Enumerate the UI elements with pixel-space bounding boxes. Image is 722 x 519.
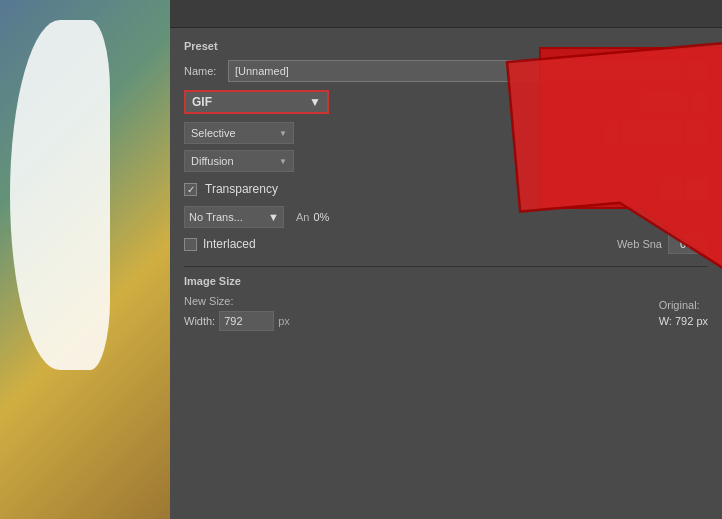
transparency-checkbox[interactable]: ✓: [184, 183, 197, 196]
transparency-matte-arrow: ▼: [667, 183, 678, 195]
transparency-row: ✓ Transparency ▼: [184, 178, 708, 200]
lossy-arrow-btn[interactable]: ▶: [692, 91, 708, 113]
matte-color-swatch[interactable]: [686, 178, 708, 200]
new-size-sublabel: New Size:: [184, 295, 290, 307]
menu-icon-button[interactable]: ☰: [686, 60, 708, 82]
colors-stepper: ▲ ▼: [604, 122, 618, 144]
no-trans-value: No Trans...: [189, 211, 243, 223]
name-dropdown-value: [Unnamed]: [235, 65, 289, 77]
lossy-input[interactable]: 0: [641, 91, 686, 113]
colors-dropdown[interactable]: ▼: [686, 122, 708, 144]
selective-dropdown[interactable]: Selective ▼: [184, 122, 294, 144]
image-size-section: Image Size New Size: Width: px Original:…: [184, 275, 708, 331]
new-size-col: New Size: Width: px: [184, 295, 290, 331]
image-size-label: Image Size: [184, 275, 708, 287]
no-trans-row: No Trans... ▼ An 0%: [184, 206, 708, 228]
width-field-row: Width: px: [184, 311, 290, 331]
diffusion-dropdown[interactable]: Diffusion ▼: [184, 150, 294, 172]
transparency-check-mark: ✓: [187, 184, 195, 195]
format-dropdown[interactable]: GIF ▼: [184, 90, 329, 114]
selective-colors-row: Selective ▼ ▲ ▼ 256 ▼: [184, 122, 708, 144]
size-row: New Size: Width: px Original: W: 792 px: [184, 295, 708, 331]
width-unit: px: [278, 315, 290, 327]
right-settings-panel: Preset Name: [Unnamed] ▼ ☰ GIF: [170, 0, 722, 519]
left-preview-panel: [0, 0, 170, 519]
interlaced-checkbox[interactable]: [184, 238, 197, 251]
diffusion-row: Diffusion ▼: [184, 150, 708, 172]
colors-input[interactable]: 256: [622, 122, 682, 144]
format-lossy-row: GIF ▼ Lossy: 0 ▶: [184, 90, 708, 114]
width-input[interactable]: [219, 311, 274, 331]
amount-label: An: [296, 211, 309, 223]
format-dropdown-arrow: ▼: [309, 95, 321, 109]
lossy-label: Lossy:: [603, 96, 635, 108]
top-bar: [170, 0, 722, 28]
name-row: Name: [Unnamed] ▼ ☰: [184, 60, 708, 82]
no-trans-dropdown[interactable]: No Trans... ▼: [184, 206, 284, 228]
lossy-row: Lossy: 0 ▶: [603, 91, 708, 113]
colors-dropdown-arrow: ▼: [693, 127, 704, 139]
websnap-value[interactable]: 0%: [668, 234, 708, 254]
diffusion-arrow: ▼: [279, 157, 287, 166]
colors-up-btn[interactable]: ▲: [604, 122, 618, 133]
colors-down-btn[interactable]: ▼: [604, 133, 618, 144]
divider: [184, 266, 708, 267]
transparency-label: Transparency: [205, 182, 278, 196]
transparency-matte-dropdown[interactable]: ▼: [660, 178, 682, 200]
amount-value: 0%: [313, 211, 329, 223]
name-dropdown-arrow: ▼: [664, 66, 673, 76]
original-col: Original: W: 792 px: [659, 299, 708, 327]
preset-section-label: Preset: [184, 40, 708, 52]
original-w-value: W: 792 px: [659, 315, 708, 327]
selective-value: Selective: [191, 127, 236, 139]
settings-panel: Preset Name: [Unnamed] ▼ ☰ GIF: [170, 0, 722, 519]
selective-arrow: ▼: [279, 129, 287, 138]
preset-section: Preset Name: [Unnamed] ▼ ☰ GIF: [184, 40, 708, 254]
format-dropdown-value: GIF: [192, 95, 212, 109]
width-field-label: Width:: [184, 315, 215, 327]
original-sublabel: Original:: [659, 299, 708, 311]
interlaced-label: Interlaced: [203, 237, 256, 251]
name-label: Name:: [184, 65, 222, 77]
interlaced-row: Interlaced Web Sna 0%: [184, 234, 708, 254]
menu-icon: ☰: [693, 66, 702, 77]
websnap-label: Web Sna: [617, 238, 662, 250]
diffusion-value: Diffusion: [191, 155, 234, 167]
no-trans-arrow: ▼: [268, 211, 279, 223]
name-dropdown[interactable]: [Unnamed] ▼: [228, 60, 680, 82]
main-content: Preset Name: [Unnamed] ▼ ☰ GIF: [170, 28, 722, 519]
